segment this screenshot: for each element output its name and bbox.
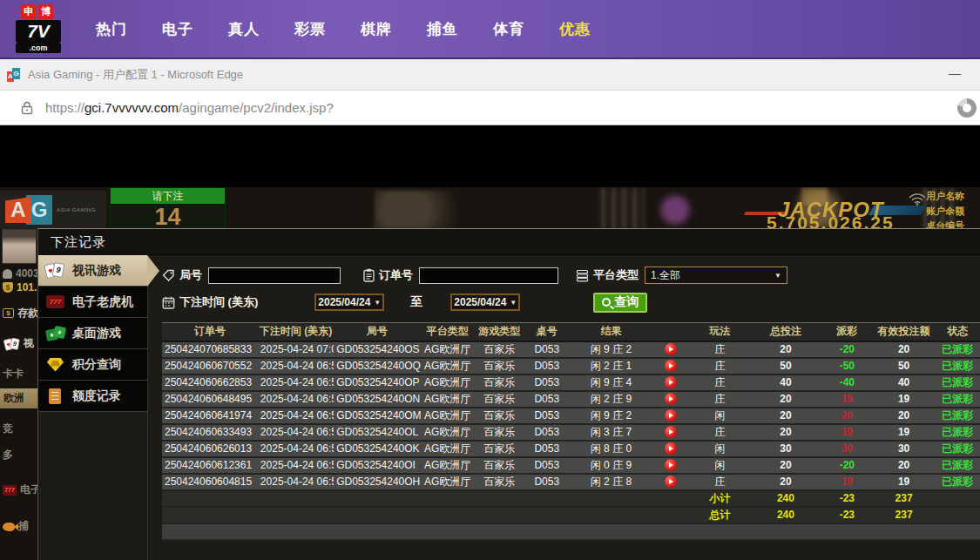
bg-balance[interactable]: $101. bbox=[3, 281, 40, 293]
bg-item-2[interactable]: ♥9视 bbox=[3, 335, 40, 351]
col-header-7: 结果 bbox=[570, 323, 653, 341]
cell-platform: AG欧洲厅 bbox=[421, 441, 475, 457]
cell-status: 已派彩 bbox=[935, 474, 980, 490]
bg-item-4[interactable]: 欧洲 bbox=[0, 388, 40, 408]
cell-status: 已派彩 bbox=[935, 424, 980, 441]
bg-item-8[interactable]: 捕 bbox=[3, 519, 40, 534]
browser-swirl-icon[interactable] bbox=[957, 98, 977, 118]
cell-stake: 20 bbox=[750, 341, 821, 358]
slot-777-icon: 777 bbox=[45, 293, 66, 312]
col-header-13: 状态 bbox=[935, 323, 980, 341]
replay-video-icon[interactable] bbox=[665, 343, 677, 355]
nav-item-5[interactable]: 棋牌 bbox=[361, 19, 392, 39]
logo-badge-2: 博 bbox=[38, 4, 53, 19]
nav-item-4[interactable]: 彩票 bbox=[294, 19, 326, 39]
bg-item-3[interactable]: 卡卡 bbox=[3, 367, 40, 381]
col-header-5: 游戏类型 bbox=[475, 323, 524, 341]
cell-blank bbox=[935, 507, 980, 523]
cell-blank bbox=[258, 507, 334, 523]
replay-video-icon[interactable] bbox=[665, 376, 677, 388]
curtain-decor bbox=[601, 187, 645, 229]
cell-game: 百家乐 bbox=[475, 358, 524, 374]
cell-game: 百家乐 bbox=[475, 424, 524, 441]
avatar[interactable] bbox=[2, 229, 37, 264]
cell-table: D053 bbox=[524, 374, 570, 391]
cell-status: 已派彩 bbox=[935, 374, 980, 391]
lock-icon[interactable] bbox=[21, 101, 33, 115]
date-from-select[interactable]: 2025/04/24 ▼ bbox=[314, 293, 384, 311]
order-number-input[interactable] bbox=[419, 267, 558, 284]
cell-payout: 19 bbox=[821, 391, 873, 408]
platform-type-select[interactable]: 1.全部 ▼ bbox=[645, 267, 787, 284]
menu-item-label: 电子老虎机 bbox=[72, 294, 133, 310]
replay-video-icon[interactable] bbox=[665, 426, 677, 438]
replay-video-icon[interactable] bbox=[665, 409, 677, 422]
replay-video-icon[interactable] bbox=[665, 393, 677, 405]
baccarat-table-tile[interactable]: 请下注 14 bbox=[110, 187, 226, 229]
cell-table: D053 bbox=[524, 441, 570, 457]
cell-table: D053 bbox=[524, 424, 570, 441]
nav-item-3[interactable]: 真人 bbox=[228, 19, 260, 39]
ag-logo-subtitle: ASIA GAMING bbox=[57, 207, 96, 213]
bg-item-5[interactable]: 竞 bbox=[3, 422, 40, 436]
cell-status: 已派彩 bbox=[935, 358, 980, 374]
nav-item-8[interactable]: 优惠 bbox=[559, 19, 591, 39]
cell-blank bbox=[421, 490, 475, 507]
cell-time: 2025-04-24 07:00:33 bbox=[258, 341, 334, 358]
logo-main-text: 7V bbox=[16, 20, 61, 43]
nav-item-7[interactable]: 体育 bbox=[493, 19, 524, 39]
filter-row-1: 局号 订单号 bbox=[162, 266, 980, 285]
menu-item-3[interactable]: ♠♦桌面游戏 bbox=[38, 318, 147, 349]
col-header-9: 玩法 bbox=[690, 323, 750, 341]
replay-video-icon[interactable] bbox=[665, 442, 677, 455]
bg-item-1[interactable]: $存款 bbox=[3, 306, 40, 320]
date-to-select[interactable]: 2025/04/24 ▼ bbox=[450, 293, 520, 311]
replay-video-icon[interactable] bbox=[665, 476, 677, 488]
chevron-down-icon: ▼ bbox=[774, 272, 781, 280]
cell-stake: 40 bbox=[750, 374, 821, 391]
table-row: 2504240606484952025-04-24 06:57:04GD0532… bbox=[162, 391, 980, 408]
bg-item-6[interactable]: 多 bbox=[3, 448, 40, 462]
cell-stake: 30 bbox=[750, 441, 821, 457]
replay-video-icon[interactable] bbox=[665, 459, 677, 471]
menu-item-5[interactable]: 额度记录 bbox=[38, 381, 147, 412]
cell-time: 2025-04-24 06:53:37 bbox=[258, 457, 334, 474]
nav-item-6[interactable]: 捕鱼 bbox=[427, 19, 458, 39]
replay-video-icon[interactable] bbox=[665, 360, 677, 372]
search-button[interactable]: 查询 bbox=[593, 293, 647, 313]
address-text[interactable]: https://gci.7vvvvvv.com/agingame/pcv2/in… bbox=[45, 100, 334, 115]
cell-time: 2025-04-24 06:57:04 bbox=[258, 391, 334, 408]
cell-result: 闲 2 庄 1 bbox=[570, 358, 653, 374]
search-icon bbox=[602, 298, 611, 307]
chevron-down-icon: ▼ bbox=[510, 299, 517, 307]
date-to-value: 2025/04/24 bbox=[454, 296, 506, 308]
platform-type-value: 1.全部 bbox=[651, 268, 680, 283]
bet-time-label: 下注时间 (美东) bbox=[179, 294, 258, 310]
menu-item-2[interactable]: 777电子老虎机 bbox=[38, 287, 147, 318]
nav-item-2[interactable]: 电子 bbox=[162, 19, 193, 39]
menu-item-1[interactable]: ♥9视讯游戏 bbox=[38, 255, 147, 287]
browser-url-bar[interactable]: https://gci.7vvvvvv.com/agingame/pcv2/in… bbox=[0, 91, 980, 125]
ag-logo-tile: A G ASIA GAMING bbox=[0, 191, 106, 229]
menu-item-4[interactable]: 积分查询 bbox=[38, 349, 147, 381]
bg-item-7[interactable]: 777电子 bbox=[3, 482, 40, 497]
tag-icon bbox=[162, 269, 175, 282]
cell-bet: 庄 bbox=[690, 374, 750, 391]
cell-round: GD053254240OI bbox=[334, 457, 421, 474]
site-logo[interactable]: 申 博 7V .com bbox=[16, 3, 70, 55]
minimize-button[interactable]: — bbox=[949, 66, 961, 80]
table-header-row: 订单号下注时间 (美东)局号平台类型游戏类型桌号结果玩法总投注派彩有效投注额状态 bbox=[162, 323, 980, 341]
table-body: 2504240706858332025-04-24 07:00:33GD0532… bbox=[162, 341, 980, 540]
bg-user-id[interactable]: 4003 bbox=[3, 267, 40, 280]
logo-suffix-text: .com bbox=[16, 43, 61, 53]
cell-order: 250424060633493 bbox=[162, 424, 258, 441]
nav-item-1[interactable]: 热门 bbox=[96, 19, 127, 39]
round-number-input[interactable] bbox=[208, 267, 341, 284]
cell-valid: 20 bbox=[873, 457, 935, 474]
table-row: 2504240606628532025-04-24 06:58:27GD0532… bbox=[162, 374, 980, 391]
cell-status: 已派彩 bbox=[935, 341, 980, 358]
cards-icon: ♥9 bbox=[45, 261, 66, 280]
cell-blank bbox=[334, 490, 421, 507]
deposit-icon: $ bbox=[3, 308, 14, 318]
subtotal-row: 小计240-23237 bbox=[162, 490, 980, 507]
